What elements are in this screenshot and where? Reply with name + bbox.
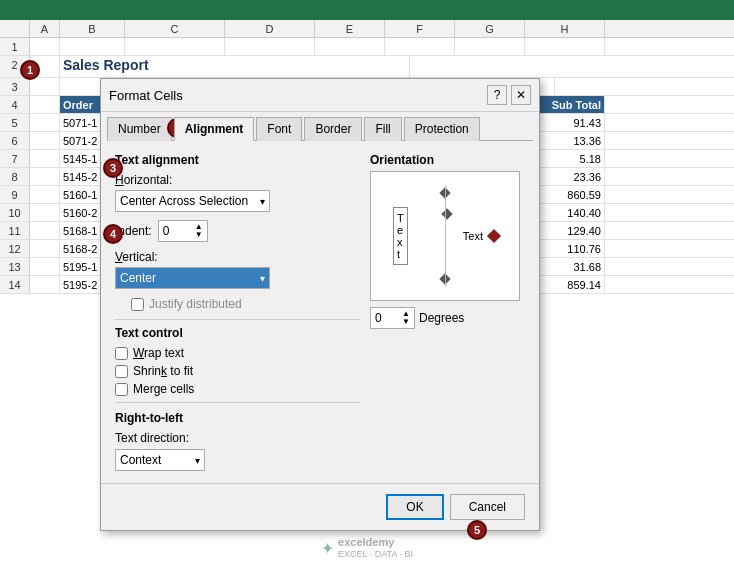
text-alignment-label: Text alignment (115, 153, 360, 167)
step-5-circle: 5 (467, 520, 487, 540)
orientation-title: Orientation (370, 153, 525, 167)
tab-font[interactable]: Font (256, 117, 302, 141)
horizontal-label: Horizontal: (115, 173, 360, 187)
text-control-label: Text control (115, 326, 360, 340)
text-direction-dropdown[interactable]: Context ▾ (115, 449, 205, 471)
horizontal-value: Center Across Selection (120, 194, 248, 208)
horizontal-dropdown-arrow: ▾ (260, 196, 265, 207)
vertical-dropdown[interactable]: Center ▾ (115, 267, 270, 289)
dialog-content: Text alignment Horizontal: Center Across… (101, 141, 539, 483)
shrink-to-fit-row: Shrink to fit (115, 364, 360, 378)
vertical-row: Center ▾ (115, 267, 360, 289)
text-direction-value: Context (120, 453, 161, 467)
ok-button[interactable]: OK (386, 494, 443, 520)
shrink-to-fit-checkbox[interactable] (115, 365, 128, 378)
step-4-circle: 4 (103, 224, 123, 244)
text-direction-label: Text direction: (115, 431, 360, 445)
merge-cells-label: Merge cells (133, 382, 194, 396)
indent-value: 0 (163, 224, 170, 238)
vertical-dropdown-arrow: ▾ (260, 273, 265, 284)
cell-g1 (455, 38, 525, 55)
tab-protection[interactable]: Protection (404, 117, 480, 141)
corner-cell (0, 20, 30, 37)
indent-down-arrow[interactable]: ▼ (195, 231, 203, 239)
col-c: C (125, 20, 225, 37)
excel-header (0, 0, 734, 20)
watermark-sub: EXCEL · DATA · BI (338, 549, 413, 560)
orientation-panel: Orientation T e x t (370, 153, 525, 471)
orient-horizontal-text: Text (463, 230, 499, 242)
degree-label: Degrees (419, 311, 464, 325)
shrink-to-fit-label: Shrink to fit (133, 364, 193, 378)
degree-value: 0 (375, 311, 382, 325)
merge-cells-checkbox[interactable] (115, 383, 128, 396)
watermark-site: exceldemy (338, 536, 413, 549)
justify-distributed-checkbox[interactable] (131, 298, 144, 311)
degree-row: 0 ▲ ▼ Degrees (370, 307, 525, 329)
tab-alignment[interactable]: Alignment (174, 117, 255, 141)
horizontal-row: Center Across Selection ▾ (115, 190, 360, 212)
rtl-section: Right-to-left Text direction: Context ▾ (115, 411, 360, 471)
col-g: G (455, 20, 525, 37)
indent-spinner[interactable]: 0 ▲ ▼ (158, 220, 208, 242)
tab-number[interactable]: Number (107, 117, 172, 141)
alignment-left-panel: Text alignment Horizontal: Center Across… (115, 153, 360, 471)
cell-b2-title: Sales Report (60, 56, 410, 77)
cell-a4 (30, 96, 60, 113)
col-e: E (315, 20, 385, 37)
watermark-logo: ✦ (321, 539, 334, 558)
col-h: H (525, 20, 605, 37)
help-button[interactable]: ? (487, 85, 507, 105)
cell-d1 (225, 38, 315, 55)
vertical-label: Vertical: (115, 250, 360, 264)
justify-distributed-row: Justify distributed (131, 297, 360, 311)
close-button[interactable]: ✕ (511, 85, 531, 105)
rtl-label: Right-to-left (115, 411, 360, 425)
table-row: 2 Sales Report (0, 56, 734, 78)
dialog-title-bar: Format Cells ? ✕ (101, 79, 539, 112)
cell-a3 (30, 78, 60, 95)
col-b: B (60, 20, 125, 37)
table-row: 1 (0, 38, 734, 56)
tab-fill[interactable]: Fill (364, 117, 401, 141)
degree-down-arrow[interactable]: ▼ (402, 318, 410, 326)
orient-handle-diamond[interactable] (487, 229, 501, 243)
cell-h1 (525, 38, 605, 55)
format-cells-dialog: Format Cells ? ✕ Number Alignment Font B… (100, 78, 540, 531)
wrap-text-checkbox[interactable] (115, 347, 128, 360)
justify-distributed-label: Justify distributed (149, 297, 242, 311)
dialog-title-buttons: ? ✕ (487, 85, 531, 105)
watermark: ✦ exceldemy EXCEL · DATA · BI (321, 536, 413, 560)
step-3-circle: 3 (103, 158, 123, 178)
direction-dropdown-arrow: ▾ (195, 455, 200, 466)
horizontal-dropdown[interactable]: Center Across Selection ▾ (115, 190, 270, 212)
col-a: A (30, 20, 60, 37)
cell-c1 (125, 38, 225, 55)
vertical-text-indicator: T e x t (393, 207, 408, 265)
cell-f1 (385, 38, 455, 55)
cancel-button[interactable]: Cancel (450, 494, 525, 520)
orient-center-line (445, 185, 446, 287)
step-1-circle: 1 (20, 60, 40, 80)
cell-a1 (30, 38, 60, 55)
tab-border[interactable]: Border (304, 117, 362, 141)
col-f: F (385, 20, 455, 37)
dialog-title: Format Cells (109, 88, 183, 103)
cell-e1 (315, 38, 385, 55)
merge-cells-row: Merge cells (115, 382, 360, 396)
indent-section: Indent: 0 ▲ ▼ (115, 220, 360, 242)
wrap-text-row: Wrap text (115, 346, 360, 360)
col-d: D (225, 20, 315, 37)
cell-b1 (60, 38, 125, 55)
column-headers: A B C D E F G H (0, 20, 734, 38)
wrap-text-label: Wrap text (133, 346, 184, 360)
vertical-value: Center (120, 271, 156, 285)
degree-spinner[interactable]: 0 ▲ ▼ (370, 307, 415, 329)
orientation-box: T e x t Text (370, 171, 520, 301)
